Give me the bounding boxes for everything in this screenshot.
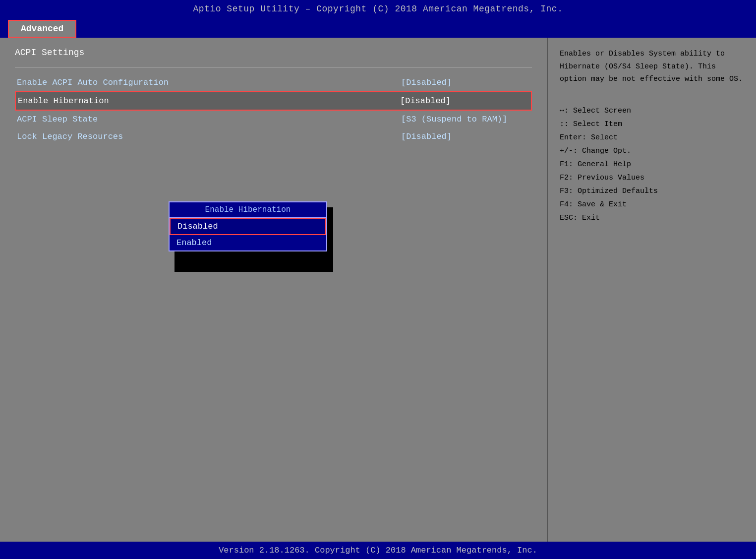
key-help: ↔: Select Screen ↕: Select Item Enter: S… (560, 104, 744, 225)
setting-label: Enable Hibernation (18, 96, 400, 106)
help-text: Enables or Disables System ability to Hi… (560, 48, 744, 86)
advanced-tab[interactable]: Advanced (8, 20, 76, 38)
key-esc: ESC: Exit (560, 211, 744, 225)
menu-bar: Advanced (0, 18, 756, 38)
key-enter-select: Enter: Select (560, 131, 744, 144)
table-row[interactable]: ACPI Sleep State [S3 (Suspend to RAM)] (15, 111, 532, 128)
setting-label: Lock Legacy Resources (17, 132, 401, 141)
key-select-item: ↕: Select Item (560, 118, 744, 131)
popup-option-enabled[interactable]: Enabled (170, 235, 326, 250)
setting-label: ACPI Sleep State (17, 115, 401, 124)
key-f1: F1: General Help (560, 158, 744, 171)
title-bar: Aptio Setup Utility – Copyright (C) 2018… (0, 0, 756, 18)
right-divider (560, 94, 744, 94)
popup-box: Enable Hibernation Disabled Enabled (169, 201, 327, 251)
table-row-highlighted[interactable]: Enable Hibernation [Disabled] (15, 91, 532, 111)
setting-value: [S3 (Suspend to RAM)] (401, 115, 530, 124)
right-panel: Enables or Disables System ability to Hi… (548, 38, 756, 542)
table-row[interactable]: Enable ACPI Auto Configuration [Disabled… (15, 74, 532, 91)
left-panel: ACPI Settings Enable ACPI Auto Configura… (0, 38, 548, 542)
setting-value: [Disabled] (400, 96, 529, 106)
bios-screen: Aptio Setup Utility – Copyright (C) 2018… (0, 0, 756, 559)
key-change-opt: +/-: Change Opt. (560, 144, 744, 158)
divider (15, 67, 532, 68)
popup-overlay: Enable Hibernation Disabled Enabled (169, 201, 327, 251)
setting-value: [Disabled] (401, 78, 530, 87)
title-text: Aptio Setup Utility – Copyright (C) 2018… (193, 4, 563, 14)
bottom-bar: Version 2.18.1263. Copyright (C) 2018 Am… (0, 542, 756, 559)
key-select-screen: ↔: Select Screen (560, 104, 744, 118)
version-text: Version 2.18.1263. Copyright (C) 2018 Am… (219, 546, 537, 555)
section-title: ACPI Settings (15, 48, 532, 58)
popup-title: Enable Hibernation (170, 202, 326, 218)
setting-label: Enable ACPI Auto Configuration (17, 78, 401, 87)
setting-value: [Disabled] (401, 132, 530, 141)
key-f4: F4: Save & Exit (560, 198, 744, 211)
main-area: ACPI Settings Enable ACPI Auto Configura… (0, 38, 756, 542)
key-f2: F2: Previous Values (560, 171, 744, 185)
table-row[interactable]: Lock Legacy Resources [Disabled] (15, 128, 532, 145)
key-f3: F3: Optimized Defaults (560, 185, 744, 198)
popup-option-disabled[interactable]: Disabled (170, 218, 326, 235)
